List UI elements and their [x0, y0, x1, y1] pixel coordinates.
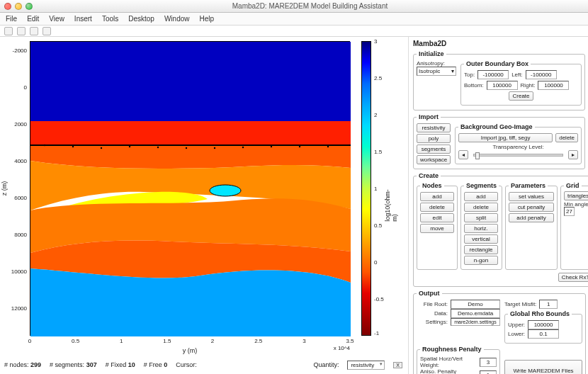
- ytick: 12000: [6, 305, 27, 311]
- svg-point-14: [327, 146, 329, 147]
- seg-ngon-button[interactable]: n-gon: [464, 256, 498, 265]
- side-title: Mamba2D: [413, 40, 585, 47]
- right-label: Right:: [521, 82, 536, 89]
- rho-upper-input[interactable]: 100000: [528, 320, 559, 329]
- left-label: Left:: [511, 72, 523, 78]
- nodes-add-button[interactable]: add: [420, 192, 454, 201]
- ctick: 2: [374, 112, 377, 118]
- right-input[interactable]: 100000: [538, 81, 569, 90]
- import-panel: Import resistivity poly segments workspa…: [413, 113, 585, 169]
- seg-rectangle-button[interactable]: rectangle: [464, 245, 498, 254]
- seg-add-button[interactable]: add: [464, 192, 498, 201]
- anisotropy-select[interactable]: Isotropic▾: [417, 67, 456, 76]
- xtick: 2: [211, 338, 214, 344]
- xtick: 2.5: [254, 338, 262, 344]
- minimize-icon[interactable]: [15, 3, 22, 10]
- create-box-button[interactable]: Create: [509, 91, 533, 101]
- menubar: File Edit View Insert Tools Desktop Wind…: [0, 13, 588, 26]
- aniso-weight-label: Aniso. Penalty Weight:: [420, 368, 477, 374]
- ctick: 1: [374, 186, 377, 192]
- create-panel: Create Nodes add delete edit move Segmen…: [413, 172, 588, 287]
- top-input[interactable]: -100000: [477, 70, 509, 79]
- param-cutpenalty-button[interactable]: cut penalty: [509, 203, 554, 212]
- xtick: 0.5: [72, 338, 79, 344]
- colorbar-label: log10(ohm-m): [384, 189, 398, 222]
- quantity-label: Quantity:: [313, 361, 339, 368]
- settings-label: Settings:: [417, 319, 448, 325]
- rho-lower-input[interactable]: 0.1: [528, 329, 559, 339]
- dismiss-button[interactable]: X: [393, 362, 402, 368]
- target-misfit-label: Target Misfit:: [504, 301, 536, 307]
- menu-window[interactable]: Window: [164, 15, 190, 23]
- zoom-icon[interactable]: [26, 3, 33, 10]
- zoom-out-icon[interactable]: [30, 27, 38, 35]
- ytick: 0: [6, 84, 27, 90]
- settings-input[interactable]: mare2dem.settings: [451, 318, 500, 326]
- file-root-input[interactable]: Demo: [451, 300, 500, 309]
- close-icon[interactable]: [4, 3, 11, 10]
- file-root-label: File Root:: [417, 301, 448, 307]
- segments-label: # segments: 307: [50, 361, 97, 368]
- free-label: # Free 0: [144, 361, 168, 368]
- check-rxtx-button[interactable]: Check RxTx: [558, 273, 588, 282]
- svg-point-5: [72, 146, 74, 147]
- param-setvalues-button[interactable]: set values: [509, 192, 554, 201]
- bottom-input[interactable]: 100000: [487, 81, 518, 90]
- grid-triangles-button[interactable]: triangles: [564, 191, 588, 200]
- window-titlebar: Mamba2D: MARE2DEM Model Building Assista…: [0, 0, 588, 13]
- resistivity-axes[interactable]: [30, 41, 350, 336]
- pointer-icon[interactable]: [4, 27, 13, 35]
- seg-split-button[interactable]: split: [464, 213, 498, 222]
- aniso-weight-input[interactable]: 1: [480, 370, 497, 375]
- xtick: 3.5: [346, 338, 354, 344]
- transparency-label: Transparency Level:: [458, 144, 578, 150]
- menu-view[interactable]: View: [49, 15, 64, 23]
- menu-file[interactable]: File: [6, 15, 17, 23]
- y-axis-label: z (m): [1, 181, 8, 196]
- nodes-move-button[interactable]: move: [420, 224, 454, 233]
- output-panel: Output File Root:Demo Data:Demo.emdata S…: [413, 290, 586, 374]
- data-input[interactable]: Demo.emdata: [451, 309, 500, 318]
- xtick: 1.5: [163, 338, 171, 344]
- ytick: 6000: [6, 194, 27, 200]
- transparency-minus[interactable]: ◂: [458, 150, 468, 159]
- grid-legend: Grid: [564, 182, 582, 189]
- ctick: 0: [374, 259, 377, 266]
- ytick: 8000: [6, 231, 27, 237]
- min-angle-input[interactable]: 27: [564, 207, 575, 216]
- transparency-plus[interactable]: ▸: [568, 150, 578, 159]
- menu-tools[interactable]: Tools: [102, 15, 118, 23]
- left-input[interactable]: -100000: [526, 70, 557, 79]
- menu-help[interactable]: Help: [200, 15, 215, 23]
- menu-insert[interactable]: Insert: [74, 15, 92, 23]
- import-resistivity-button[interactable]: resistivity: [417, 123, 451, 132]
- target-misfit-input[interactable]: 1: [539, 300, 558, 309]
- import-segments-button[interactable]: segments: [417, 144, 451, 154]
- ytick: 10000: [6, 268, 27, 274]
- spatial-weight-input[interactable]: 3: [480, 358, 497, 367]
- seg-horiz-button[interactable]: horiz.: [464, 224, 498, 233]
- ctick: 1.5: [374, 149, 382, 155]
- nodes-delete-button[interactable]: delete: [420, 203, 454, 212]
- import-poly-button[interactable]: poly: [417, 134, 451, 143]
- menu-edit[interactable]: Edit: [27, 15, 39, 23]
- bg-delete-button[interactable]: delete: [555, 133, 578, 142]
- rho-upper-label: Upper:: [508, 322, 525, 328]
- seg-vertical-button[interactable]: vertical: [464, 234, 498, 244]
- param-addpenalty-button[interactable]: add penalty: [509, 213, 554, 222]
- zoom-in-icon[interactable]: [17, 27, 26, 35]
- write-files-button[interactable]: Write MARE2DEM Files: [504, 360, 582, 374]
- quantity-select[interactable]: resistivity: [347, 361, 385, 370]
- ytick: -2000: [6, 47, 27, 53]
- xtick: 3: [303, 338, 305, 344]
- ctick: -1: [374, 330, 379, 336]
- nodes-edit-button[interactable]: edit: [420, 213, 454, 222]
- seg-delete-button[interactable]: delete: [464, 203, 498, 212]
- bg-import-button[interactable]: Import jpg, tiff, segy: [458, 133, 553, 142]
- cursor-label: Cursor:: [176, 361, 197, 368]
- import-workspace-button[interactable]: workspace: [417, 155, 451, 164]
- menu-desktop[interactable]: Desktop: [128, 15, 154, 23]
- pan-icon[interactable]: [43, 27, 51, 35]
- output-legend: Output: [417, 290, 442, 297]
- transparency-slider[interactable]: [473, 154, 563, 157]
